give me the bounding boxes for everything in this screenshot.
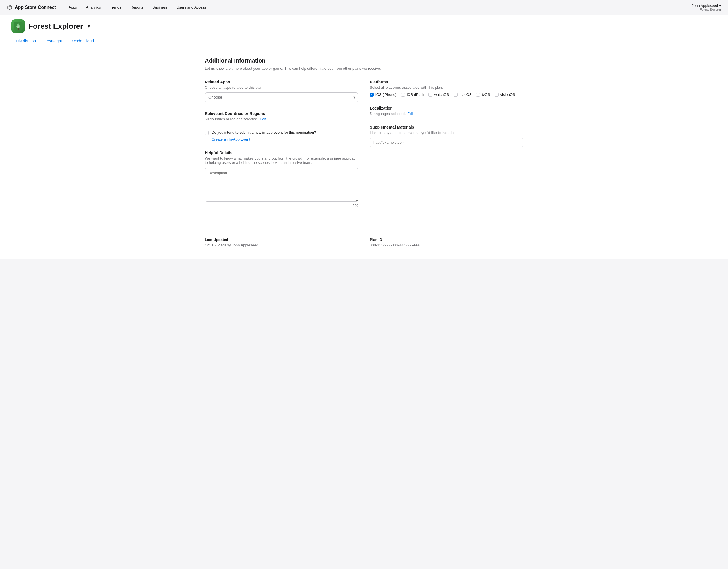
platform-visionos-checkbox[interactable] [495,93,499,97]
helpful-details-label: Helpful Details [205,150,358,155]
plan-id-section: Plan ID 000-111-222-333-444-555-666 [370,237,523,247]
main-content: Additional Information Let us know a bit… [0,46,728,259]
app-store-connect-logo[interactable]: App Store Connect [7,5,56,10]
forest-explorer-icon [14,22,23,31]
platform-ios-ipad-checkbox[interactable] [401,93,405,97]
helpful-details-sublabel: We want to know what makes you stand out… [205,156,358,165]
user-app-name: Forest Explorer [700,8,721,11]
platform-watchos-checkbox[interactable] [428,93,432,97]
platform-visionos[interactable]: visionOS [495,92,515,97]
app-tabs: Distribution TestFlight Xcode Cloud [11,36,717,46]
last-updated-section: Last Updated Oct 15, 2024 by John Apples… [205,237,358,247]
nav-reports[interactable]: Reports [127,3,147,11]
create-in-app-event-link[interactable]: Create an In-App Event [205,137,358,141]
tab-testflight[interactable]: TestFlight [40,36,67,46]
nav-business[interactable]: Business [149,3,171,11]
supplemental-url-input[interactable] [370,138,523,147]
platform-macos[interactable]: macOS [454,92,471,97]
platform-ios-ipad[interactable]: iOS (iPad) [401,92,424,97]
platform-tvos-label: tvOS [482,92,490,97]
platform-visionos-label: visionOS [500,92,515,97]
helpful-details-section: Helpful Details We want to know what mak… [205,150,358,208]
nav-trends[interactable]: Trends [107,3,125,11]
platform-ios-iphone-label: iOS (iPhone) [375,92,396,97]
asc-logo-icon [7,5,13,10]
helpful-details-textarea[interactable] [205,167,358,202]
last-updated-label: Last Updated [205,237,358,242]
platform-watchos-label: watchOS [434,92,449,97]
app-icon [11,19,25,33]
platform-macos-checkbox[interactable] [454,93,458,97]
related-apps-label: Related Apps [205,80,358,84]
tab-xcode-cloud[interactable]: Xcode Cloud [67,36,98,46]
app-name: Forest Explorer [28,22,83,31]
platform-tvos-checkbox[interactable] [476,93,480,97]
svg-rect-3 [18,28,19,30]
tab-distribution[interactable]: Distribution [11,36,40,46]
supplemental-label: Supplemental Materials [370,125,523,129]
app-title-row: Forest Explorer ▾ [11,19,717,33]
platforms-sublabel: Select all platforms associated with thi… [370,85,523,90]
app-name-chevron[interactable]: ▾ [88,23,90,29]
platforms-row: iOS (iPhone) iOS (iPad) watchOS mac [370,92,523,97]
plan-id-label: Plan ID [370,237,523,242]
platform-ios-iphone[interactable]: iOS (iPhone) [370,92,396,97]
in-app-event-row: Do you intend to submit a new in-app eve… [205,130,358,135]
app-header: Forest Explorer ▾ Distribution TestFligh… [0,15,728,46]
top-nav: App Store Connect Apps Analytics Trends … [0,0,728,15]
platform-ios-iphone-checkbox[interactable] [370,93,374,97]
user-menu[interactable]: John Appleseed ▾ Forest Explorer [692,3,721,11]
form-grid: Related Apps Choose all apps related to … [205,80,523,217]
localization-section: Localization 5 languages selected. Edit [370,106,523,116]
related-apps-sublabel: Choose all apps related to this plan. [205,85,358,90]
footer-grid: Last Updated Oct 15, 2024 by John Apples… [205,228,523,247]
char-count: 500 [205,204,358,208]
nav-analytics[interactable]: Analytics [83,3,104,11]
platform-ios-ipad-label: iOS (iPad) [407,92,424,97]
localization-info: 5 languages selected. [370,111,406,116]
plan-id-value: 000-111-222-333-444-555-666 [370,243,523,247]
nav-users-and-access[interactable]: Users and Access [173,3,210,11]
supplemental-sublabel: Links to any additional material you'd l… [370,131,523,135]
in-app-event-section: Do you intend to submit a new in-app eve… [205,130,358,141]
related-apps-select-wrapper: Choose ▾ [205,92,358,102]
platforms-section: Platforms Select all platforms associate… [370,80,523,97]
related-apps-select[interactable]: Choose [205,92,358,102]
countries-edit-link[interactable]: Edit [260,117,266,121]
nav-links: Apps Analytics Trends Reports Business U… [65,3,692,11]
platform-watchos[interactable]: watchOS [428,92,449,97]
last-updated-value: Oct 15, 2024 by John Appleseed [205,243,358,247]
platform-macos-label: macOS [459,92,471,97]
in-app-event-label: Do you intend to submit a new in-app eve… [212,130,316,134]
countries-info: 50 countries or regions selected. [205,117,258,121]
bottom-divider [11,258,717,259]
user-name[interactable]: John Appleseed ▾ [692,3,721,8]
countries-label: Releveant Countries or Regions [205,111,358,116]
platform-tvos[interactable]: tvOS [476,92,490,97]
related-apps-section: Related Apps Choose all apps related to … [205,80,358,102]
nav-apps[interactable]: Apps [65,3,80,11]
localization-edit-link[interactable]: Edit [407,111,413,116]
platforms-label: Platforms [370,80,523,84]
nav-logo-text: App Store Connect [15,5,56,10]
countries-section: Releveant Countries or Regions 50 countr… [205,111,358,121]
in-app-event-checkbox[interactable] [205,131,209,135]
supplemental-section: Supplemental Materials Links to any addi… [370,125,523,147]
localization-label: Localization [370,106,523,110]
form-container: Additional Information Let us know a bit… [193,46,535,258]
section-title: Additional Information [205,57,523,64]
form-right: Platforms Select all platforms associate… [370,80,523,217]
form-left: Related Apps Choose all apps related to … [205,80,358,217]
section-subtitle: Let us know a bit more about your app or… [205,66,523,71]
